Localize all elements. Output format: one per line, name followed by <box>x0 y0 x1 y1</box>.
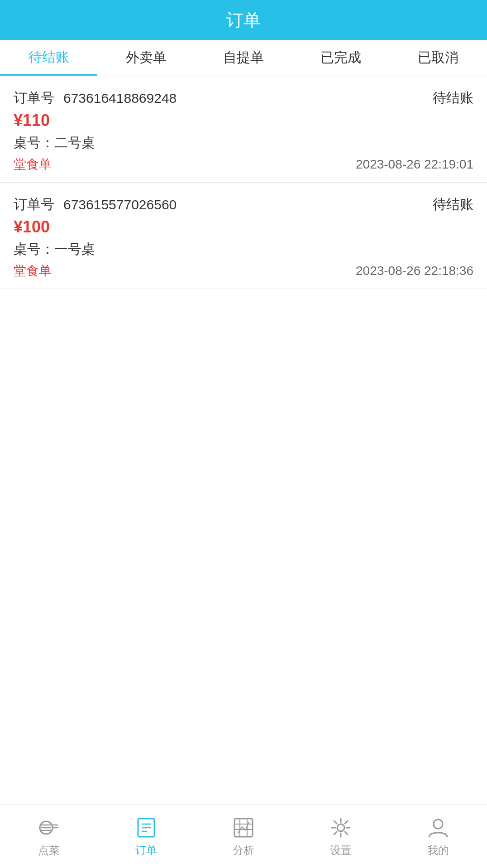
order-list: 订单号 673616418869248 待结账 ¥110 桌号：二号桌 堂食单 … <box>0 76 487 289</box>
order-type-2: 堂食单 <box>14 262 52 280</box>
order-time-1: 2023-08-26 22:19:01 <box>356 157 473 172</box>
order-status-2: 待结账 <box>433 195 473 214</box>
page-title: 订单 <box>226 9 261 32</box>
settings-icon <box>329 816 353 839</box>
nav-label-settings: 设置 <box>330 843 352 858</box>
order-table-2: 桌号：一号桌 <box>14 240 473 259</box>
order-time-2: 2023-08-26 22:18:36 <box>356 264 473 278</box>
nav-label-mine: 我的 <box>427 843 449 858</box>
svg-line-25 <box>345 821 348 824</box>
svg-point-27 <box>434 820 443 829</box>
order-status-1: 待结账 <box>433 89 473 107</box>
svg-line-26 <box>334 832 337 834</box>
order-number-value-2: 673615577026560 <box>63 197 177 212</box>
tab-pending[interactable]: 待结账 <box>0 40 97 76</box>
nav-item-settings[interactable]: 设置 <box>292 805 390 868</box>
nav-label-orders: 订单 <box>135 843 157 858</box>
order-number-label-2: 订单号 <box>14 195 54 214</box>
svg-rect-10 <box>234 819 253 837</box>
tab-bar: 待结账 外卖单 自提单 已完成 已取消 <box>0 40 487 76</box>
tab-pickup[interactable]: 自提单 <box>195 40 292 76</box>
svg-line-24 <box>345 832 348 834</box>
bottom-nav: 点菜 订单 分析 <box>0 805 487 868</box>
order-price-1: ¥110 <box>14 111 473 130</box>
orders-icon <box>134 816 158 839</box>
mine-icon <box>426 816 450 839</box>
tab-cancelled[interactable]: 已取消 <box>390 40 487 76</box>
nav-item-analytics[interactable]: 分析 <box>195 805 292 868</box>
menu-icon <box>37 816 61 839</box>
order-item-2[interactable]: 订单号 673615577026560 待结账 ¥100 桌号：一号桌 堂食单 … <box>0 183 487 289</box>
order-number-value-1: 673616418869248 <box>63 91 177 106</box>
order-price-2: ¥100 <box>14 217 473 236</box>
nav-label-menu: 点菜 <box>38 843 60 858</box>
tab-completed[interactable]: 已完成 <box>292 40 390 76</box>
nav-item-orders[interactable]: 订单 <box>97 805 195 868</box>
order-type-1: 堂食单 <box>14 156 52 173</box>
order-item-1[interactable]: 订单号 673616418869248 待结账 ¥110 桌号：二号桌 堂食单 … <box>0 76 487 183</box>
order-table-1: 桌号：二号桌 <box>14 134 473 152</box>
tab-delivery[interactable]: 外卖单 <box>97 40 195 76</box>
nav-item-menu[interactable]: 点菜 <box>0 805 97 868</box>
nav-label-analytics: 分析 <box>233 843 254 858</box>
svg-line-23 <box>334 821 337 824</box>
order-number-label-1: 订单号 <box>14 89 54 107</box>
svg-point-18 <box>337 824 344 831</box>
nav-item-mine[interactable]: 我的 <box>390 805 487 868</box>
app-header: 订单 <box>0 0 487 40</box>
analytics-icon <box>232 816 255 839</box>
